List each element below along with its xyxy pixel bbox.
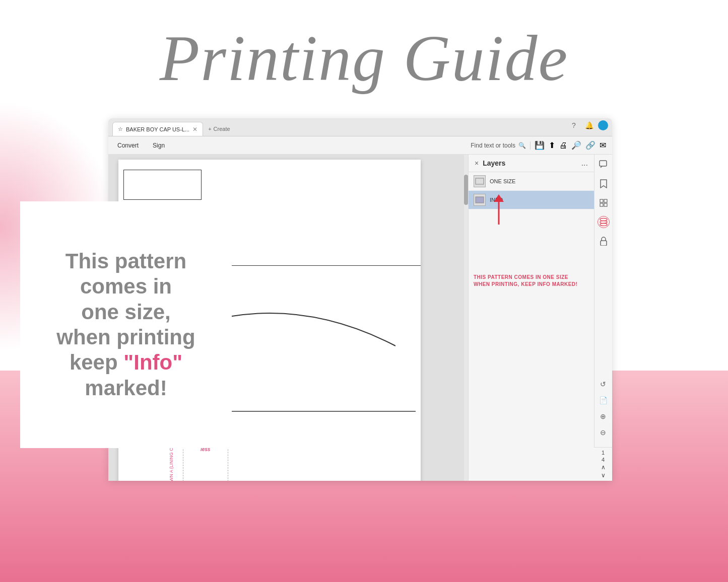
pdf-scrollbar[interactable] [464, 155, 468, 481]
current-page: 1 [602, 450, 605, 456]
sign-button[interactable]: Sign [150, 140, 168, 151]
svg-rect-9 [604, 199, 607, 202]
new-tab-button[interactable]: +Create [203, 122, 235, 136]
toolbar-right: Find text or tools 🔍 💾 ⬆ 🖨 🔎 🔗 ✉ [471, 140, 606, 150]
tab-favicon: ☆ [118, 126, 123, 132]
scroll-thumb[interactable] [464, 175, 468, 205]
svg-rect-8 [600, 199, 603, 202]
svg-rect-6 [600, 161, 607, 166]
layers-more-button[interactable]: ... [581, 159, 588, 168]
user-avatar[interactable] [598, 120, 608, 130]
pdf-top-rect [123, 170, 202, 200]
divider [530, 141, 531, 150]
page-navigation: 1 4 ∧ ∨ [594, 447, 612, 481]
save-icon[interactable]: 💾 [535, 140, 545, 150]
info-highlight: "Info" [123, 350, 182, 374]
upload-icon[interactable]: ⬆ [549, 140, 555, 150]
red-arrow-svg [479, 194, 519, 230]
layers-header: × Layers ... [469, 155, 594, 172]
lock-icon[interactable] [598, 235, 610, 247]
browser-toolbar: Convert Sign Find text or tools 🔍 💾 ⬆ 🖨 … [108, 136, 612, 155]
document-icon[interactable]: 📄 [597, 394, 609, 406]
layer-thumb-one-size [474, 175, 486, 187]
chat-icon[interactable] [598, 159, 610, 171]
instruction-box: This patterncomes inone size,when printi… [20, 201, 232, 448]
search-icon[interactable]: 🔍 [518, 142, 526, 149]
bottom-action-icons: ↺ 📄 ⊕ ⊖ [594, 376, 612, 441]
page-up-button[interactable]: ∧ [601, 464, 606, 471]
svg-rect-15 [601, 241, 607, 246]
annotation-area: THIS PATTERN COMES IN ONE SIZE WHEN PRIN… [469, 209, 594, 246]
find-bar: Find text or tools 🔍 [471, 142, 526, 149]
browser-tab-bar: ☆ BAKER BOY CAP US-L... ✕ +Create ? 🔔 [108, 118, 612, 136]
layers-icon[interactable] [598, 216, 610, 228]
layers-close-button[interactable]: × [475, 159, 479, 167]
convert-button[interactable]: Convert [114, 140, 142, 151]
total-pages: 4 [602, 457, 605, 463]
browser-top-right-icons: ? 🔔 [572, 120, 608, 130]
title-area: Printing Guide [0, 0, 728, 116]
svg-rect-2 [476, 178, 484, 184]
page-down-button[interactable]: ∨ [601, 472, 606, 479]
zoom-icon[interactable]: 🔎 [571, 140, 581, 150]
svg-rect-10 [600, 203, 603, 206]
help-icon[interactable]: ? [572, 121, 580, 129]
refresh-icon[interactable]: ↺ [597, 378, 609, 390]
layer-name-one-size: ONE SIZE [490, 178, 515, 184]
tab-close-button[interactable]: ✕ [192, 126, 197, 133]
bookmark-icon[interactable] [598, 178, 610, 190]
print-icon[interactable]: 🖨 [559, 141, 567, 150]
email-icon[interactable]: ✉ [600, 140, 606, 150]
svg-point-14 [600, 219, 607, 221]
find-text: Find text or tools [471, 142, 515, 149]
bell-icon[interactable]: 🔔 [585, 121, 593, 129]
layers-panel: × Layers ... ONE SIZE INFO [468, 155, 594, 481]
zoom-out-icon[interactable]: ⊖ [597, 426, 609, 439]
annotation-text: THIS PATTERN COMES IN ONE SIZE WHEN PRIN… [474, 274, 584, 288]
layer-item-one-size[interactable]: ONE SIZE [469, 172, 594, 191]
svg-marker-5 [494, 194, 504, 202]
svg-rect-11 [604, 203, 607, 206]
layers-panel-title: Layers [483, 159, 577, 167]
grid-icon[interactable] [598, 197, 610, 209]
instruction-text: This patterncomes inone size,when printi… [56, 249, 195, 401]
browser-tab-active[interactable]: ☆ BAKER BOY CAP US-L... ✕ [112, 122, 203, 136]
tab-title: BAKER BOY CAP US-L... [126, 126, 189, 132]
page-title: Printing Guide [160, 20, 569, 96]
zoom-in-icon[interactable]: ⊕ [597, 410, 609, 422]
link-icon[interactable]: 🔗 [585, 140, 595, 150]
